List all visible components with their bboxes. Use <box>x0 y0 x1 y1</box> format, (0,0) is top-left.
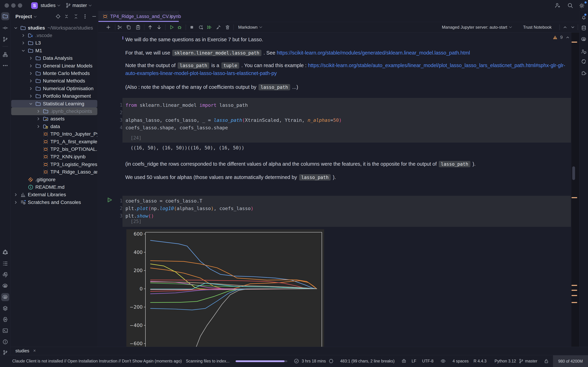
tree-item--vscode[interactable]: .vscode <box>11 32 97 39</box>
tree-item-data-analysis[interactable]: Data Analysis <box>11 55 97 62</box>
project-switcher[interactable]: studies <box>41 3 60 8</box>
indent-setting[interactable]: 4 spaces <box>453 359 469 364</box>
tree-item-tp1-a-first-example-ipynb[interactable]: TP1_A_first_example.ipynb <box>11 138 97 145</box>
git-branch[interactable]: master <box>525 359 537 364</box>
tree-item--ipynb-checkpoints[interactable]: .ipynb_checkpoints <box>11 108 97 115</box>
commit-icon[interactable] <box>2 25 8 31</box>
tree-item-portfolio-management[interactable]: Portfolio Management <box>11 92 97 100</box>
tree-item-m1[interactable]: M1 <box>11 47 97 54</box>
r-console-icon[interactable]: R <box>2 294 8 300</box>
collapse-all-icon[interactable] <box>73 14 79 19</box>
tree-item--gitignore[interactable]: .gitignore <box>11 176 97 183</box>
more-icon[interactable] <box>2 63 8 68</box>
tree-item-tp0-intro-jupyter-python-ip[interactable]: TP0_Intro_Jupyter_Python.ip <box>11 130 97 138</box>
tree-item-assets[interactable]: assets <box>11 115 97 123</box>
hide-icon[interactable] <box>91 14 97 19</box>
todo-icon[interactable] <box>2 261 8 267</box>
ai-chat-icon[interactable] <box>581 49 587 55</box>
hyperlink[interactable]: https://scikit-learn.org/stable/modules/… <box>277 50 470 56</box>
project-panel-title[interactable]: Project <box>15 14 37 19</box>
python-icon[interactable] <box>2 272 8 278</box>
line-separator[interactable]: LF <box>412 359 416 364</box>
run-all-icon[interactable] <box>207 25 212 30</box>
branch-switcher[interactable]: master <box>72 3 92 8</box>
tree-item-tp2-bis-optional-ipynb[interactable]: TP2_bis_OPTIONAL.ipynb <box>11 145 97 153</box>
chevron-down-icon[interactable] <box>20 48 27 54</box>
chevron-down-icon[interactable] <box>27 101 35 107</box>
tool-window-tab-studies[interactable]: studies <box>15 348 29 353</box>
chevron-right-icon[interactable] <box>27 70 35 76</box>
check-clock-icon[interactable] <box>294 358 299 364</box>
chevron-right-icon[interactable] <box>20 40 27 46</box>
cut-icon[interactable] <box>117 25 123 30</box>
status-message[interactable]: Claude Client is not installed // Open I… <box>12 359 182 364</box>
tree-item-general-linear-models[interactable]: General Linear Models <box>11 62 97 70</box>
tree-item-numerical-methods[interactable]: Numerical Methods <box>11 77 97 85</box>
memory-indicator[interactable]: 980 of 4200M <box>553 355 588 367</box>
notebook-editor[interactable]: We will do the same questions as in Exer… <box>98 33 571 347</box>
inspections-widget[interactable]: 9 <box>553 35 571 40</box>
structure-icon[interactable] <box>2 51 8 58</box>
expand-all-icon[interactable] <box>64 14 69 19</box>
chevron-right-icon[interactable] <box>35 108 42 114</box>
window-minimize-button[interactable] <box>11 3 16 8</box>
delete-cell-icon[interactable] <box>225 25 230 30</box>
services-icon[interactable] <box>2 305 8 311</box>
chevron-right-icon[interactable] <box>27 55 35 61</box>
chevron-right-icon[interactable] <box>27 63 35 69</box>
move-up-icon[interactable] <box>147 25 153 30</box>
version-control-icon[interactable] <box>2 36 8 42</box>
project-folder-icon[interactable] <box>2 13 8 19</box>
chevron-right-icon[interactable] <box>35 124 42 130</box>
r-lang-icon[interactable]: R <box>2 283 8 289</box>
tab-tp4-notebook[interactable]: TP4_Ridge_Lasso_and_CV.ipynb × <box>98 11 179 22</box>
next-cell-icon[interactable] <box>570 25 576 30</box>
run-icon[interactable] <box>169 25 174 30</box>
run-hexagon-icon[interactable] <box>2 317 8 322</box>
tree-item-tp2-knn-ipynb[interactable]: TP2_KNN.ipynb <box>11 153 97 161</box>
eye-icon[interactable] <box>440 358 446 364</box>
locate-icon[interactable] <box>55 14 61 19</box>
robot-icon[interactable] <box>401 358 407 364</box>
window-zoom-button[interactable] <box>18 3 22 8</box>
file-encoding[interactable]: UTF-8 <box>422 359 433 364</box>
tree-item-readme-md[interactable]: README.md <box>11 183 97 191</box>
python-interpreter[interactable]: Python 3.12 <box>494 359 516 364</box>
hexagon-icon[interactable] <box>328 358 334 364</box>
database-icon[interactable] <box>581 25 587 31</box>
copy-icon[interactable] <box>126 25 131 30</box>
chevron-right-icon[interactable] <box>27 86 35 92</box>
tree-item-scratches-and-consoles[interactable]: Scratches and Consoles <box>11 199 97 206</box>
chevron-right-icon[interactable] <box>12 200 19 205</box>
tree-item-studies[interactable]: studies~/Workspace/studies <box>11 24 97 32</box>
tree-item-tp4-ridge-lasso-and-cv-ip[interactable]: TP4_Ridge_Lasso_and_CV.ip <box>11 168 97 176</box>
add-cell-icon[interactable] <box>105 25 111 30</box>
r-version[interactable]: R 4.4.3 <box>474 359 486 364</box>
paste-icon[interactable] <box>135 25 141 30</box>
chevron-right-icon[interactable] <box>27 93 35 99</box>
caret-position[interactable]: 483:1 (99 chars, 2 line breaks) <box>340 359 395 364</box>
terminal-icon[interactable] <box>2 328 8 334</box>
tree-item-numerical-optimisation[interactable]: Numerical Optimisation <box>11 85 97 92</box>
add-collaborator-icon[interactable] <box>554 2 561 8</box>
close-icon[interactable]: × <box>33 348 36 353</box>
chevron-right-icon[interactable] <box>12 192 19 198</box>
chevron-right-icon[interactable] <box>20 33 27 38</box>
tree-item-monte-carlo-methods[interactable]: Monte Carlo Methods <box>11 70 97 77</box>
git-branch-icon[interactable] <box>2 350 8 355</box>
problems-icon[interactable] <box>2 339 8 345</box>
settings-icon[interactable] <box>579 2 585 8</box>
move-down-icon[interactable] <box>156 25 162 30</box>
tree-item-tp3-logistic-regression-ar[interactable]: TP3_Logistic_Regression_ar <box>11 161 97 168</box>
restart-icon[interactable] <box>198 25 204 30</box>
tree-item-external-libraries[interactable]: External Libraries <box>11 191 97 199</box>
clear-outputs-icon[interactable] <box>216 25 221 30</box>
trust-notebook-button[interactable]: Trust Notebook <box>523 25 552 30</box>
unlock-icon[interactable] <box>544 358 549 364</box>
tab-close-icon[interactable]: × <box>170 13 173 19</box>
time-tracker[interactable]: 3 hrs 18 mins <box>302 359 326 364</box>
editor-scrollbar-thumb[interactable] <box>572 166 575 180</box>
chevron-right-icon[interactable] <box>27 78 35 84</box>
tree-item-data[interactable]: data <box>11 123 97 130</box>
window-close-button[interactable] <box>5 3 9 8</box>
